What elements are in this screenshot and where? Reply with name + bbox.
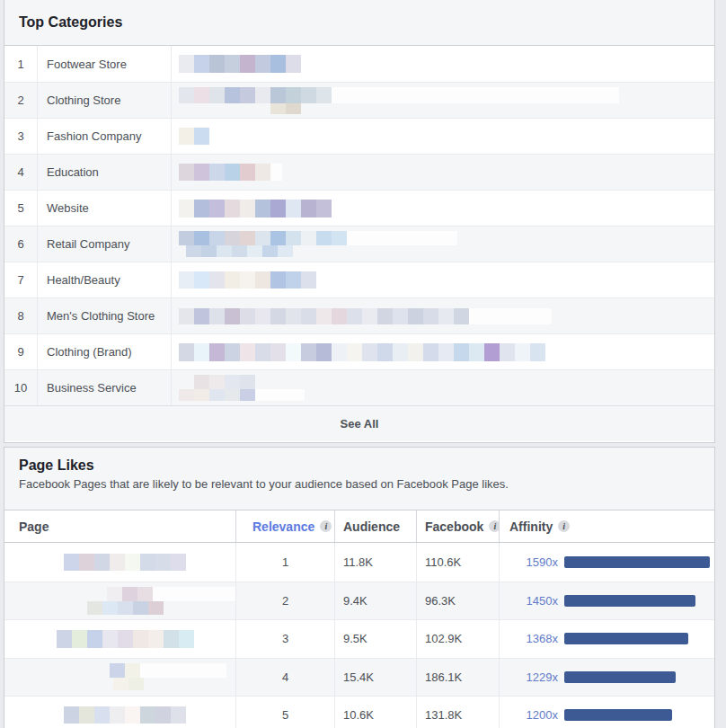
anonymized-blur-block	[332, 343, 347, 361]
anonymized-blur-block	[179, 55, 194, 73]
anonymized-blur-block	[469, 343, 484, 361]
anonymized-blur-block	[278, 245, 293, 257]
anonymized-blur-block	[515, 343, 530, 361]
anonymized-blur-block	[377, 343, 393, 361]
anonymized-blur-block	[232, 245, 247, 257]
category-label: Business Service	[38, 370, 172, 405]
anonymized-blur-block	[347, 308, 362, 324]
anonymized-blur-block	[423, 308, 438, 324]
anonymized-blur-block	[301, 343, 316, 361]
anonymized-blur-block	[438, 343, 454, 361]
anonymized-blur-block	[270, 231, 286, 245]
column-header-relevance[interactable]: Relevance i	[236, 510, 335, 542]
anonymized-blur-block	[286, 103, 301, 114]
anonymized-blur-block	[438, 308, 454, 324]
anonymized-blur-block	[316, 87, 332, 103]
anonymized-blur-block	[133, 601, 148, 615]
info-icon[interactable]: i	[558, 520, 570, 532]
anonymized-blur-block	[209, 271, 225, 289]
anonymized-blur-block	[137, 587, 153, 601]
category-label: Clothing (Brand)	[38, 334, 172, 369]
anonymized-blur-line	[179, 343, 714, 361]
anonymized-blur-block	[240, 55, 255, 73]
page-likes-table: 1 11.8K 110.6K 1590x 2 9.4K 96.3K 1450x …	[4, 543, 714, 728]
info-icon[interactable]: i	[320, 520, 332, 532]
facebook-value: 102.9K	[417, 620, 500, 658]
category-anonymized-data	[172, 191, 714, 226]
anonymized-blur-line	[179, 200, 714, 218]
anonymized-blur-block	[179, 271, 194, 289]
category-rank: 6	[4, 226, 38, 262]
affinity-value: 1590x	[509, 555, 558, 569]
anonymized-blur-block	[94, 706, 110, 724]
facebook-value: 96.3K	[417, 582, 500, 620]
page-likes-title: Page Likes	[19, 457, 700, 474]
anonymized-blur-block	[87, 601, 102, 615]
anonymized-blur-block	[201, 245, 217, 257]
category-anonymized-data	[172, 226, 714, 262]
anonymized-blur-block	[179, 389, 194, 401]
category-anonymized-data	[172, 155, 714, 190]
anonymized-blur-block	[194, 231, 209, 245]
anonymized-blur-block	[110, 554, 125, 571]
column-header-facebook[interactable]: Facebook i	[417, 510, 500, 542]
anonymized-blur-block	[194, 87, 209, 103]
info-icon[interactable]: i	[489, 520, 500, 532]
page-like-row: 2 9.4K 96.3K 1450x	[4, 582, 714, 620]
category-rank: 10	[4, 370, 38, 405]
anonymized-blur-line	[179, 389, 714, 401]
page-likes-column-headers: Page Relevance i Audience Facebook i Aff…	[4, 510, 714, 543]
page-name-anonymized	[4, 697, 236, 728]
anonymized-blur-block	[140, 554, 155, 571]
anonymized-blur-block	[225, 343, 240, 361]
anonymized-blur-block	[286, 231, 301, 245]
anonymized-blur-block	[209, 87, 225, 103]
anonymized-blur-block	[79, 706, 94, 724]
anonymized-blur-block	[286, 308, 301, 324]
anonymized-blur-block	[393, 343, 408, 361]
category-rank: 5	[4, 191, 38, 226]
column-header-audience[interactable]: Audience	[335, 510, 417, 542]
anonymized-blur-line	[179, 55, 714, 73]
anonymized-blur-block	[270, 308, 286, 324]
facebook-value: 110.6K	[417, 543, 500, 582]
anonymized-blur-block	[225, 389, 240, 401]
anonymized-blur-block	[125, 706, 140, 724]
anonymized-blur-line	[179, 308, 714, 324]
column-header-affinity[interactable]: Affinity i	[500, 510, 714, 542]
anonymized-blur-block	[225, 308, 240, 324]
relevance-value: 4	[236, 659, 335, 697]
anonymized-blur-block	[118, 630, 133, 648]
anonymized-blur-block	[209, 55, 225, 73]
affinity-value: 1450x	[509, 594, 558, 608]
anonymized-blur-block	[179, 630, 194, 648]
see-all-button[interactable]: See All	[4, 405, 714, 441]
category-anonymized-data	[172, 298, 714, 333]
anonymized-blur-block	[240, 200, 255, 218]
affinity-bar	[564, 556, 710, 568]
anonymized-blur-line	[64, 706, 186, 724]
anonymized-blur-line	[110, 663, 140, 678]
anonymized-blur-block	[240, 308, 255, 324]
category-label: Fashion Company	[38, 119, 172, 154]
category-rank: 1	[4, 46, 38, 82]
page-name-anonymized	[4, 543, 236, 582]
anonymized-blur-block	[240, 87, 255, 103]
anonymized-blur-block	[316, 231, 332, 245]
anonymized-blur-line	[87, 601, 164, 615]
anonymized-blur-block	[140, 706, 155, 724]
anonymized-blur-block	[155, 706, 171, 724]
page-name-anonymized	[4, 620, 236, 658]
category-rank: 3	[4, 119, 38, 154]
anonymized-blur-block	[209, 389, 225, 401]
anonymized-blur-block	[118, 601, 133, 615]
category-row: 8 Men's Clothing Store	[4, 297, 714, 333]
anonymized-blur-block	[316, 308, 332, 324]
anonymized-blur-block	[79, 554, 94, 571]
anonymized-blur-block	[301, 308, 316, 324]
top-categories-card: Top Categories 1 Footwear Store 2 Clothi…	[4, 0, 715, 443]
category-label: Retail Company	[38, 226, 172, 262]
affinity-bar	[564, 595, 695, 607]
category-row: 7 Health/Beauty	[4, 262, 714, 297]
anonymized-blur-block	[179, 200, 194, 218]
